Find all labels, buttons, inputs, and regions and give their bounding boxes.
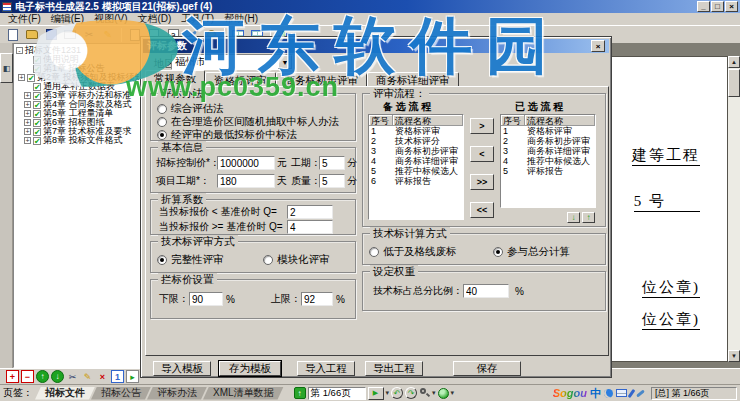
chosen-move-down-icon[interactable]: ↓ <box>567 212 580 223</box>
tree-item[interactable]: +✔第8章 投标文件格式 <box>16 136 139 145</box>
remove-all-processes-button[interactable]: << <box>470 202 494 218</box>
list-item[interactable]: 5推荐中标候选人 <box>369 166 463 176</box>
nav-back-icon[interactable]: ↶ <box>391 387 403 399</box>
quality-score-input[interactable] <box>319 174 345 188</box>
list-item[interactable]: 2技术标评分 <box>369 136 463 146</box>
delete-icon[interactable]: × <box>96 370 109 383</box>
radio-comprehensive[interactable] <box>157 104 167 114</box>
scroll-down-icon[interactable]: ▼ <box>728 350 740 362</box>
remove-process-button[interactable]: < <box>470 146 494 162</box>
menu-edit[interactable]: 编辑(E) <box>47 12 88 26</box>
tab-commercial-preliminary[interactable]: 商务标初步评审 <box>276 72 368 87</box>
expand-icon[interactable]: + <box>24 137 31 144</box>
tab-bid-file[interactable]: 招标文件 <box>35 387 95 400</box>
tab-evaluation-method[interactable]: 评标办法 <box>147 387 207 400</box>
upper-limit-input[interactable] <box>301 292 333 306</box>
radio-lowest-price[interactable] <box>157 130 167 140</box>
page-number-icon[interactable]: 1 <box>111 370 124 383</box>
tab-bid-notice[interactable]: 招标公告 <box>91 387 151 400</box>
add-all-processes-button[interactable]: >> <box>470 174 494 190</box>
tab-xml-list-data[interactable]: XML清单数据 <box>203 387 284 400</box>
tab-commercial-detailed[interactable]: 商务标详细评审 <box>367 72 459 87</box>
checkbox-checked-icon[interactable]: ✔ <box>33 56 41 64</box>
add-process-button[interactable]: > <box>470 118 494 134</box>
play-icon[interactable]: ▶ <box>368 387 384 400</box>
import-project-button[interactable]: 导入工程 <box>297 361 355 376</box>
chosen-move-up-icon[interactable]: ↑ <box>582 212 595 223</box>
save-as-template-button[interactable]: 存为模板 <box>219 361 281 376</box>
web-icon[interactable] <box>438 388 449 399</box>
checkbox-checked-icon[interactable]: ✔ <box>33 119 41 127</box>
minimize-button[interactable]: _ <box>697 1 710 12</box>
checkbox-checked-icon[interactable]: ✔ <box>33 101 41 109</box>
expand-icon[interactable]: + <box>24 119 31 126</box>
checkbox-checked-icon[interactable]: ✔ <box>27 74 35 82</box>
scroll-up-icon[interactable]: ▲ <box>728 56 740 68</box>
nav-forward-icon[interactable]: ↷ <box>405 387 417 399</box>
ime-wrench-icon[interactable] <box>636 389 645 397</box>
menu-view[interactable]: 视图(V) <box>90 12 131 26</box>
available-process-list[interactable]: 序号流程名称 1资格标评审 2技术标评分 3商务标初步评审 4商务标详细评审 5… <box>368 114 464 220</box>
region-select[interactable]: 福州市 ▼ <box>171 54 293 70</box>
cut-section-icon[interactable]: ✂ <box>66 370 79 383</box>
menu-help[interactable]: 帮助(H) <box>220 12 262 26</box>
export-project-button[interactable]: 导出工程 <box>365 361 423 376</box>
list-item[interactable]: 5评标报告 <box>501 166 595 176</box>
rename-icon[interactable]: ✎ <box>81 370 94 383</box>
dialog-close-icon[interactable]: × <box>591 40 605 52</box>
chosen-process-list[interactable]: 序号流程名称 1资格标评审 2商务标初步评审 3商务标详细评审 4推荐中标候选人… <box>500 114 596 208</box>
menu-tools[interactable]: 工具(T) <box>177 12 218 26</box>
zoom-dropdown-icon[interactable]: ▾ <box>432 389 436 397</box>
expand-icon[interactable]: + <box>24 101 31 108</box>
ime-fullmoon-icon[interactable] <box>604 389 613 398</box>
page-indicator-input[interactable]: 第 1/66页 <box>308 387 366 400</box>
cut-icon[interactable]: ✂ <box>81 27 97 42</box>
list-item[interactable]: 1资格标评审 <box>369 126 463 136</box>
save-button[interactable]: 保存 <box>453 361 521 376</box>
chevron-down-icon[interactable]: ▼ <box>278 55 292 69</box>
sidebar-collapse-tab[interactable]: ◧ <box>0 53 13 83</box>
add-item-icon[interactable]: + <box>6 370 19 383</box>
export-doc-icon[interactable]: ▸ <box>126 370 139 383</box>
list-item[interactable]: 3商务标详细评审 <box>501 146 595 156</box>
radio-count-in-total[interactable] <box>493 247 503 257</box>
remove-item-icon[interactable]: − <box>21 370 34 383</box>
weight-input[interactable] <box>463 284 509 298</box>
play-dropdown-icon[interactable]: ▾ <box>386 389 390 397</box>
save-icon[interactable] <box>43 27 59 42</box>
open-project-icon[interactable] <box>24 27 40 42</box>
scrollbar-thumb[interactable] <box>728 69 740 97</box>
ime-keyboard-icon[interactable] <box>616 389 627 397</box>
control-price-input[interactable] <box>217 156 275 170</box>
list-item[interactable]: 2商务标初步评审 <box>501 136 595 146</box>
checkbox-checked-icon[interactable]: ✔ <box>33 128 41 136</box>
expand-icon[interactable]: + <box>24 92 31 99</box>
list-item[interactable]: 6评标报告 <box>369 176 463 186</box>
tab-general-params[interactable]: 常规参数 <box>145 70 205 87</box>
expand-icon[interactable]: + <box>24 128 31 135</box>
project-duration-input[interactable] <box>217 174 275 188</box>
checkbox-checked-icon[interactable]: ✔ <box>33 83 41 91</box>
list-item[interactable]: 1资格标评审 <box>501 126 595 136</box>
collapse-icon[interactable]: - <box>16 47 23 54</box>
list-item[interactable]: 4商务标详细评审 <box>369 156 463 166</box>
list-item[interactable]: 3商务标初步评审 <box>369 146 463 156</box>
coeff-above-input[interactable] <box>287 220 333 234</box>
radio-integrity-review[interactable] <box>157 255 167 265</box>
zoom-icon[interactable] <box>419 387 430 399</box>
edit-icon[interactable]: ✎ <box>100 27 116 42</box>
ime-language-icon[interactable]: 中 <box>590 386 601 401</box>
radio-random-draw[interactable] <box>157 117 167 127</box>
duration-score-input[interactable] <box>319 156 345 170</box>
web-dropdown-icon[interactable]: ▾ <box>451 389 455 397</box>
ime-brush-icon[interactable] <box>628 388 636 397</box>
restore-button[interactable]: □ <box>711 1 724 12</box>
sogou-logo[interactable]: Sogou <box>553 387 587 399</box>
expand-icon[interactable]: + <box>18 74 25 81</box>
checkbox-checked-icon[interactable]: ✔ <box>33 110 41 118</box>
import-template-button[interactable]: 导入模板 <box>153 361 211 376</box>
menu-file[interactable]: 文件(F) <box>4 12 45 26</box>
radio-fail-below-line[interactable] <box>369 247 379 257</box>
close-button[interactable]: × <box>725 1 738 12</box>
move-up-icon[interactable]: ↑ <box>36 370 49 383</box>
